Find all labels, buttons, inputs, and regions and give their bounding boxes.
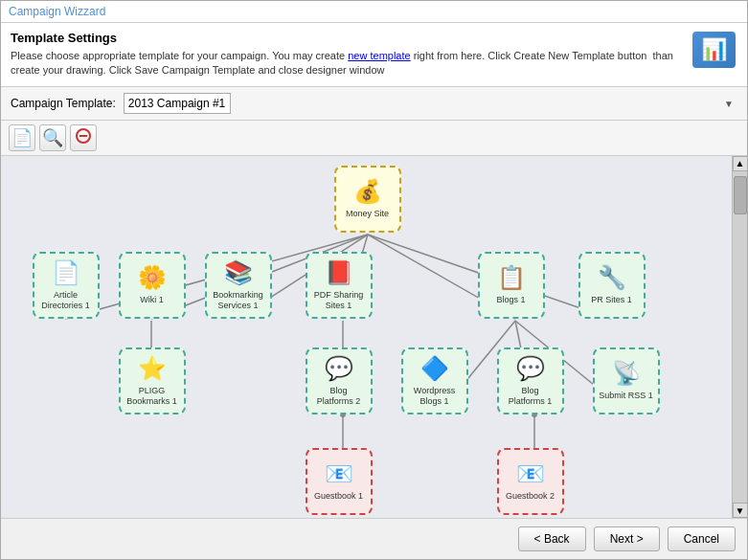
bookmarking-icon: 📚: [224, 259, 253, 286]
zoom-in-button[interactable]: 🔍: [39, 124, 66, 151]
article-icon: 📄: [52, 259, 80, 286]
blogs-label: Blogs 1: [496, 295, 525, 305]
node-money-site[interactable]: 💰 Money Site: [331, 166, 403, 233]
pr-label: PR Sites 1: [591, 295, 632, 305]
campaign-template-label: Campaign Template:: [11, 97, 116, 110]
guestbook2-icon: 📧: [516, 460, 545, 487]
header-icon: 📊: [692, 32, 736, 68]
blogplat1-icon: 💬: [516, 355, 545, 382]
node-box-money-site: 💰 Money Site: [334, 166, 401, 233]
campaign-select-wrapper: 2013 Campaign #1 2013 Campaign #2 Defaul…: [124, 93, 737, 114]
wordpress-label: Wordpress Blogs 1: [407, 386, 463, 407]
vertical-scrollbar[interactable]: ▲ ▼: [732, 156, 747, 518]
node-box-pligg: ⭐ PLIGG Bookmarks 1: [119, 347, 186, 414]
node-pligg[interactable]: ⭐ PLIGG Bookmarks 1: [116, 347, 188, 414]
title-bar: Campaign Wizzard: [1, 1, 747, 23]
blogplat1-label: Blog Platforms 1: [503, 386, 558, 407]
node-pr-sites[interactable]: 🔧 PR Sites 1: [576, 252, 647, 319]
node-box-guestbook1: 📧 Guestbook 1: [306, 448, 373, 515]
pligg-icon: ⭐: [138, 355, 167, 382]
node-article-directories[interactable]: 📄 Article Directories 1: [30, 252, 102, 319]
bookmarking-label: Bookmarking Services 1: [211, 290, 266, 311]
scroll-down-button[interactable]: ▼: [733, 503, 748, 518]
canvas-content: 💰 Money Site 📄 Article Directories 1 🌼: [1, 156, 719, 518]
node-blog-platforms-1[interactable]: 💬 Blog Platforms 1: [494, 347, 566, 414]
pligg-label: PLIGG Bookmarks 1: [125, 386, 180, 407]
wordpress-icon: 🔷: [420, 355, 449, 382]
node-box-rss: 📡 Submit RSS 1: [593, 347, 660, 414]
campaign-template-select[interactable]: 2013 Campaign #1 2013 Campaign #2 Defaul…: [124, 93, 231, 114]
new-template-link[interactable]: new template: [348, 50, 410, 61]
scroll-thumb[interactable]: [734, 176, 747, 214]
wiki-icon: 🌼: [138, 264, 167, 291]
guestbook1-icon: 📧: [325, 460, 353, 487]
toolbar: 📄 🔍: [1, 121, 747, 156]
guestbook1-label: Guestbook 1: [314, 491, 363, 502]
node-submit-rss[interactable]: 📡 Submit RSS 1: [590, 347, 662, 414]
pr-icon: 🔧: [598, 264, 626, 291]
node-bookmarking[interactable]: 📚 Bookmarking Services 1: [202, 252, 274, 319]
article-label: Article Directories 1: [38, 290, 94, 311]
window-title: Campaign Wizzard: [9, 5, 105, 18]
node-wiki[interactable]: 🌼 Wiki 1: [116, 252, 188, 319]
scroll-track: [733, 171, 747, 503]
next-button[interactable]: Next >: [594, 526, 660, 551]
node-pdf[interactable]: 📕 PDF Sharing Sites 1: [303, 252, 374, 319]
node-wordpress[interactable]: 🔷 Wordpress Blogs 1: [398, 347, 470, 414]
header: Template Settings Please choose appropri…: [1, 23, 747, 87]
rss-icon: 📡: [612, 360, 641, 387]
blogplat2-icon: 💬: [325, 355, 353, 382]
rss-label: Submit RSS 1: [599, 391, 653, 401]
guestbook2-label: Guestbook 2: [506, 491, 555, 502]
back-button[interactable]: < Back: [518, 526, 586, 551]
cancel-button[interactable]: Cancel: [668, 526, 736, 551]
pdf-icon: 📕: [325, 259, 353, 286]
header-title: Template Settings: [11, 31, 690, 45]
node-blogs[interactable]: 📋 Blogs 1: [475, 252, 547, 319]
node-guestbook-2[interactable]: 📧 Guestbook 2: [494, 448, 566, 515]
node-box-blogplat1: 💬 Blog Platforms 1: [497, 347, 564, 414]
money-site-icon: 💰: [353, 178, 382, 205]
blogs-icon: 📋: [497, 264, 526, 291]
main-window: Campaign Wizzard Template Settings Pleas…: [0, 0, 748, 560]
node-box-bookmarking: 📚 Bookmarking Services 1: [205, 252, 272, 319]
scroll-up-button[interactable]: ▲: [733, 156, 748, 171]
header-text: Template Settings Please choose appropri…: [11, 31, 690, 78]
canvas-scroll: 💰 Money Site 📄 Article Directories 1 🌼: [1, 156, 732, 518]
header-description: Please choose appropriate template for y…: [11, 49, 690, 78]
node-box-blogs: 📋 Blogs 1: [478, 252, 545, 319]
node-box-blogplat2: 💬 Blog Platforms 2: [306, 347, 373, 414]
node-box-wordpress: 🔷 Wordpress Blogs 1: [401, 347, 468, 414]
zoom-out-button[interactable]: [70, 124, 97, 151]
campaign-template-row: Campaign Template: 2013 Campaign #1 2013…: [1, 87, 747, 121]
node-box-pr: 🔧 PR Sites 1: [578, 252, 646, 319]
pdf-label: PDF Sharing Sites 1: [311, 290, 367, 311]
new-template-button[interactable]: 📄: [9, 124, 35, 151]
blogplat2-label: Blog Platforms 2: [311, 386, 367, 407]
node-guestbook-1[interactable]: 📧 Guestbook 1: [303, 448, 374, 515]
footer: < Back Next > Cancel: [1, 518, 747, 559]
money-site-label: Money Site: [346, 209, 389, 219]
node-box-guestbook2: 📧 Guestbook 2: [497, 448, 564, 515]
header-icon-container: 📊: [690, 31, 737, 69]
node-blog-platforms-2[interactable]: 💬 Blog Platforms 2: [303, 347, 374, 414]
wiki-label: Wiki 1: [140, 295, 164, 305]
node-box-wiki: 🌼 Wiki 1: [119, 252, 186, 319]
canvas-area: 💰 Money Site 📄 Article Directories 1 🌼: [1, 156, 747, 518]
node-box-article: 📄 Article Directories 1: [33, 252, 100, 319]
node-box-pdf: 📕 PDF Sharing Sites 1: [306, 252, 373, 319]
